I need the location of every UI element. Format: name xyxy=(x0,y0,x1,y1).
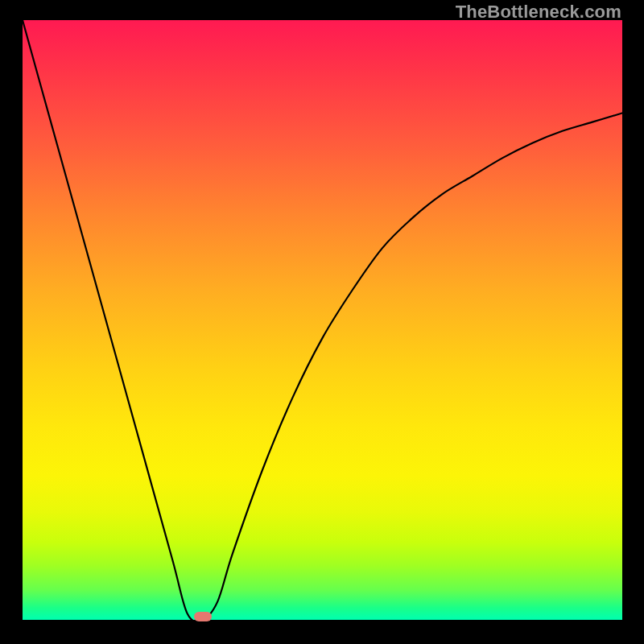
bottleneck-curve xyxy=(23,20,622,620)
watermark-text: TheBottleneck.com xyxy=(456,2,621,23)
optimal-point-marker xyxy=(194,612,212,621)
